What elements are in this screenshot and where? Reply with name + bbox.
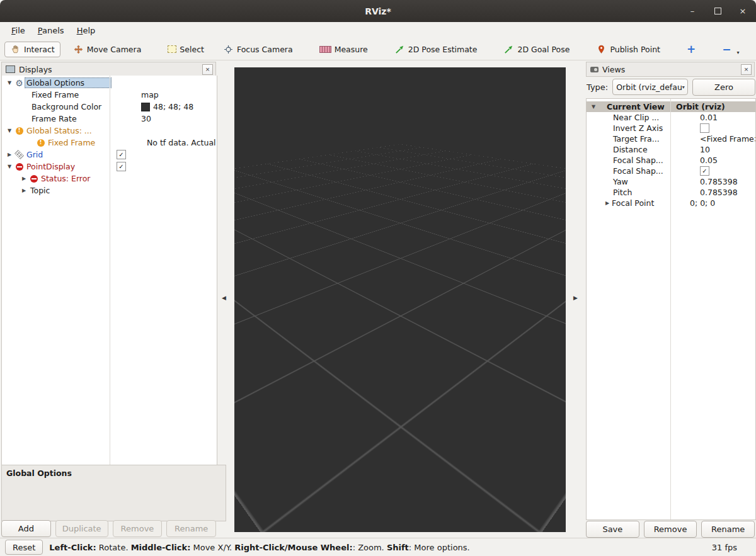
tree-item-value[interactable]: 0; 0; 0 [687,198,755,208]
render-viewport[interactable] [234,67,566,532]
color-swatch[interactable] [141,103,150,111]
pose-estimate-tool-button[interactable]: 2D Pose Estimate [389,42,483,57]
minimize-button[interactable]: – [687,6,698,16]
duplicate-display-button: Duplicate [55,520,108,537]
view-type-combobox[interactable]: Orbit (rviz_defau ▾ [612,79,688,95]
tree-item-label[interactable]: Focal Shap... [613,166,663,176]
add-tool-button[interactable]: + [682,43,701,56]
zero-button[interactable]: Zero [692,79,755,96]
tree-row-background-color[interactable]: Background Color 48; 48; 48 [2,101,217,113]
tree-item-label[interactable]: Focal Point [612,198,654,208]
expand-arrow-icon[interactable]: ▶ [20,188,28,193]
save-view-button[interactable]: Save [586,521,639,538]
invert-z-checkbox[interactable] [700,123,709,133]
tree-row-status-fixed-frame[interactable]: Fixed Frame No tf data. Actual err... [2,137,217,149]
tree-row-fixed-frame[interactable]: Fixed Frame map [2,89,217,101]
tree-item-label[interactable]: Frame Rate [30,113,79,124]
tree-item-label[interactable]: Target Fra... [613,134,660,144]
menu-file[interactable]: File [5,24,32,37]
expand-arrow-icon[interactable]: ▼ [5,164,14,169]
tree-item-value[interactable]: map [137,89,217,101]
tree-row-focal-shape-size[interactable]: Focal Shap... 0.05 [587,155,755,166]
tree-row-frame-rate[interactable]: Frame Rate 30 [2,113,217,125]
collapse-right-panel-icon[interactable]: ▶ [573,295,578,301]
tree-row-global-options[interactable]: ▼ Global Options [2,77,217,89]
tree-item-label[interactable]: Global Options [25,77,112,88]
tree-row-near-clip[interactable]: Near Clip ... 0.01 [587,112,755,123]
view-type-row: Type: Orbit (rviz_defau ▾ Zero [586,78,756,96]
goal-pose-tool-button[interactable]: 2D Goal Pose [498,42,575,57]
tree-item-label[interactable]: Topic [28,185,52,196]
toolbar-overflow-chevron-icon[interactable]: ▾ [736,50,739,55]
tree-item-value[interactable]: 30 [137,113,217,125]
remove-view-button[interactable]: Remove [644,521,697,538]
expand-arrow-icon[interactable]: ▼ [5,128,14,133]
tree-item-value: ✓ [697,166,755,176]
tree-item-value[interactable]: 0.05 [697,155,755,166]
warning-icon [37,139,45,147]
tree-item-label[interactable]: Global Status: ... [25,125,94,136]
tree-row-current-view[interactable]: ▼ Current View Orbit (rviz) [587,101,755,112]
interact-tool-button[interactable]: Interact [4,42,60,57]
tree-item-label[interactable]: Near Clip ... [613,113,659,122]
rename-view-button[interactable]: Rename [701,521,755,538]
tree-item-label[interactable]: Focal Shap... [613,156,663,165]
views-close-button[interactable]: × [741,64,752,75]
tree-item-label[interactable]: Fixed Frame [30,89,81,100]
expand-arrow-icon[interactable]: ▼ [589,104,598,110]
tree-row-pointdisplay[interactable]: ▼ PointDisplay ✓ [2,161,217,173]
tree-row-distance[interactable]: Distance 10 [587,144,755,155]
tree-row-focal-point[interactable]: ▶ Focal Point 0; 0; 0 [587,198,755,208]
tree-item-label[interactable]: Grid [25,149,45,160]
tree-item-label[interactable]: Current View [607,102,665,111]
expand-arrow-icon[interactable]: ▼ [5,80,14,86]
menu-help[interactable]: Help [71,24,102,37]
tree-row-invert-z[interactable]: Invert Z Axis [587,123,755,133]
tree-item-label[interactable]: Distance [613,145,648,154]
collapse-left-panel-icon[interactable]: ◀ [222,295,226,301]
expand-arrow-icon[interactable]: ▶ [20,176,28,181]
maximize-button[interactable] [712,8,723,14]
tree-row-topic[interactable]: ▶ Topic [2,184,217,196]
tree-item-label[interactable]: Background Color [30,101,103,112]
tree-row-target-frame[interactable]: Target Fra... <Fixed Frame> [587,133,755,144]
menu-panels[interactable]: Panels [32,24,71,37]
tree-item-label[interactable]: Yaw [613,177,628,186]
tree-item-label[interactable]: PointDisplay [25,161,77,172]
hint-desc: Rotate. [96,543,131,552]
tree-item-value[interactable]: 48; 48; 48 [137,101,217,113]
enable-checkbox[interactable]: ✓ [117,150,126,159]
move-camera-tool-button[interactable]: Move Camera [68,42,147,57]
tree-row-global-status[interactable]: ▼ Global Status: ... [2,125,217,137]
tree-item-label[interactable]: Fixed Frame [46,137,97,148]
measure-tool-button[interactable]: Measure [314,42,373,57]
expand-arrow-icon[interactable]: ▶ [5,152,14,157]
tree-row-focal-shape-fixed[interactable]: Focal Shap... ✓ [587,166,755,176]
publish-point-tool-button[interactable]: Publish Point [591,42,665,57]
displays-close-button[interactable]: × [202,64,213,75]
select-tool-button[interactable]: Select [163,42,209,57]
tree-item-value: Orbit (rviz) [673,101,755,112]
tree-item-label[interactable]: Pitch [613,188,632,197]
tree-item-value[interactable]: 0.785398 [697,187,755,198]
tree-row-yaw[interactable]: Yaw 0.785398 [587,176,755,187]
add-display-button[interactable]: Add [1,520,51,537]
reset-button[interactable]: Reset [5,540,43,555]
tree-item-value[interactable]: 0.785398 [697,176,755,187]
tree-item-value[interactable]: 0.01 [697,112,755,123]
tree-row-grid[interactable]: ▶ Grid ✓ [2,149,217,161]
tree-item-label[interactable]: Invert Z Axis [613,123,663,133]
focus-camera-tool-button[interactable]: Focus Camera [218,42,298,57]
tree-row-pitch[interactable]: Pitch 0.785398 [587,187,755,198]
expand-arrow-icon[interactable]: ▶ [603,200,612,206]
tree-row-status-error[interactable]: ▶ Status: Error [2,173,217,184]
remove-tool-button[interactable]: − ▾ [717,43,744,56]
close-button[interactable]: × [737,6,748,16]
tree-item-label[interactable]: Status: Error [39,173,93,184]
views-buttons: Save Remove Rename [586,521,755,538]
focal-shape-checkbox[interactable]: ✓ [700,166,709,176]
description-title: Global Options [6,468,72,478]
tree-item-value[interactable]: 10 [697,144,755,155]
enable-checkbox[interactable]: ✓ [117,162,126,171]
tree-item-value[interactable]: <Fixed Frame> [697,133,755,144]
